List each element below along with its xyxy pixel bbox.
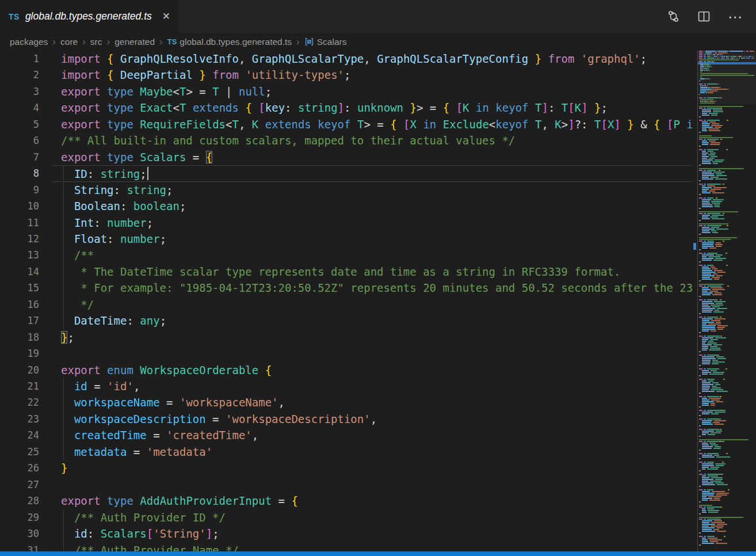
- code-line[interactable]: [52, 345, 693, 361]
- code-line[interactable]: export type RequireFields<T, K extends k…: [52, 116, 693, 132]
- line-number[interactable]: 29: [28, 509, 39, 526]
- line-number[interactable]: 10: [28, 198, 39, 215]
- breadcrumb-label: src: [90, 37, 102, 47]
- code-line[interactable]: export type Scalars = {: [52, 149, 693, 165]
- close-tab-icon[interactable]: ✕: [162, 10, 170, 22]
- typescript-file-icon: TS: [9, 12, 20, 21]
- breadcrumb-separator: ›: [296, 36, 300, 48]
- overview-ruler[interactable]: [693, 51, 698, 556]
- breadcrumb: packages›core›src›generated›TSglobal.db.…: [0, 33, 756, 51]
- line-number[interactable]: 6: [33, 132, 39, 149]
- line-number[interactable]: 26: [28, 460, 39, 477]
- split-editor-icon[interactable]: [697, 10, 711, 23]
- breadcrumb-label: Scalars: [317, 37, 347, 47]
- line-number[interactable]: 11: [28, 215, 39, 231]
- breadcrumb-item-Scalars[interactable]: Scalars: [304, 37, 347, 47]
- tab-bar: TS global.db.types.generated.ts ✕ ⋯: [0, 0, 756, 33]
- code-line[interactable]: [52, 477, 693, 493]
- code-line[interactable]: Int: number;: [52, 215, 693, 231]
- line-number[interactable]: 20: [28, 362, 39, 379]
- line-number[interactable]: 17: [28, 313, 39, 329]
- indent-guide: [63, 165, 64, 329]
- code-line[interactable]: /** Auth Provider ID */: [52, 509, 693, 525]
- line-number[interactable]: 27: [28, 477, 39, 493]
- code-line[interactable]: /**: [52, 247, 693, 263]
- code-line[interactable]: * The DateTime scalar type represents da…: [52, 264, 693, 280]
- line-number[interactable]: 16: [28, 296, 39, 313]
- breadcrumb-separator: ›: [107, 36, 110, 48]
- breadcrumb-label: generated: [114, 37, 155, 47]
- breadcrumb-separator: ›: [52, 36, 56, 48]
- code-line[interactable]: Boolean: boolean;: [52, 198, 693, 214]
- more-actions-icon[interactable]: ⋯: [728, 10, 742, 23]
- editor-actions: ⋯: [667, 0, 756, 33]
- line-number[interactable]: 7: [33, 149, 39, 166]
- code-line[interactable]: };: [52, 329, 693, 345]
- line-number[interactable]: 2: [33, 67, 39, 83]
- code-line[interactable]: metadata = 'metadata': [52, 444, 693, 460]
- code-line[interactable]: export type AddAuthProviderInput = {: [52, 493, 693, 509]
- breadcrumb-separator: ›: [82, 36, 86, 48]
- indent-guide: [63, 378, 64, 460]
- open-changes-icon[interactable]: [667, 10, 680, 23]
- code-line[interactable]: /** All built-in and custom scalars, map…: [52, 132, 693, 148]
- line-number[interactable]: 15: [28, 280, 39, 296]
- window-bottom-accent: [0, 551, 756, 556]
- line-number[interactable]: 13: [28, 247, 39, 264]
- line-number[interactable]: 4: [33, 100, 39, 116]
- code-line[interactable]: }: [52, 460, 693, 476]
- code-line[interactable]: import { GraphQLResolveInfo, GraphQLScal…: [52, 51, 693, 67]
- breadcrumb-separator: ›: [159, 36, 163, 48]
- code-line[interactable]: export enum WorkspaceOrderable {: [52, 362, 693, 378]
- line-number[interactable]: 5: [33, 116, 39, 133]
- breadcrumb-item-core[interactable]: core: [60, 37, 78, 47]
- line-number[interactable]: 28: [28, 493, 39, 509]
- line-number[interactable]: 8: [33, 165, 39, 182]
- code-line[interactable]: id = 'id',: [52, 378, 693, 394]
- indent-guide: [63, 509, 64, 556]
- line-number[interactable]: 19: [28, 345, 39, 362]
- code-area[interactable]: import { GraphQLResolveInfo, GraphQLScal…: [52, 51, 693, 556]
- breadcrumb-item-generated[interactable]: generated: [114, 37, 155, 47]
- line-number[interactable]: 3: [33, 83, 39, 100]
- code-line[interactable]: createdTime = 'createdTime',: [52, 427, 693, 443]
- code-line[interactable]: export type Exact<T extends { [key: stri…: [52, 100, 693, 116]
- line-number[interactable]: 14: [28, 264, 39, 280]
- line-number[interactable]: 24: [28, 427, 39, 444]
- line-number[interactable]: 9: [33, 182, 39, 199]
- line-number[interactable]: 1: [33, 51, 39, 67]
- typescript-file-icon: TS: [167, 37, 177, 46]
- overview-marker: [693, 243, 696, 250]
- code-line[interactable]: DateTime: any;: [52, 313, 693, 329]
- minimap[interactable]: [698, 51, 756, 556]
- breadcrumb-item-global.db.types.generated.ts[interactable]: TSglobal.db.types.generated.ts: [167, 37, 292, 47]
- breadcrumb-label: packages: [10, 37, 48, 47]
- line-number[interactable]: 21: [28, 378, 39, 395]
- tab-title: global.db.types.generated.ts: [25, 10, 152, 22]
- breadcrumb-item-packages[interactable]: packages: [10, 37, 48, 47]
- text-cursor: [147, 167, 148, 180]
- code-line[interactable]: * For example: "1985-04-12T23:20:50.52Z"…: [52, 280, 693, 296]
- line-number[interactable]: 22: [28, 394, 39, 411]
- breadcrumb-label: global.db.types.generated.ts: [180, 37, 292, 47]
- code-line[interactable]: Float: number;: [52, 231, 693, 247]
- line-number[interactable]: 18: [28, 329, 39, 346]
- line-number[interactable]: 12: [28, 231, 39, 247]
- code-line[interactable]: ID: string;: [52, 165, 693, 181]
- code-line[interactable]: */: [52, 296, 693, 313]
- code-line[interactable]: workspaceName = 'workspaceName',: [52, 394, 693, 410]
- breadcrumb-item-src[interactable]: src: [90, 37, 102, 47]
- code-line[interactable]: id: Scalars['String'];: [52, 525, 693, 542]
- code-line[interactable]: import { DeepPartial } from 'utility-typ…: [52, 67, 693, 83]
- code-line[interactable]: export type Maybe<T> = T | null;: [52, 83, 693, 100]
- code-editor[interactable]: 1234567891011121314151617181920212223242…: [0, 51, 756, 556]
- breadcrumb-label: core: [60, 37, 78, 47]
- line-number-gutter[interactable]: 1234567891011121314151617181920212223242…: [0, 51, 52, 556]
- editor-tab[interactable]: TS global.db.types.generated.ts ✕: [0, 0, 179, 33]
- symbol-type-icon: [304, 37, 314, 47]
- code-line[interactable]: String: string;: [52, 182, 693, 198]
- code-line[interactable]: workspaceDescription = 'workspaceDescrip…: [52, 411, 693, 427]
- line-number[interactable]: 23: [28, 411, 39, 428]
- line-number[interactable]: 30: [28, 525, 39, 542]
- line-number[interactable]: 25: [28, 444, 39, 460]
